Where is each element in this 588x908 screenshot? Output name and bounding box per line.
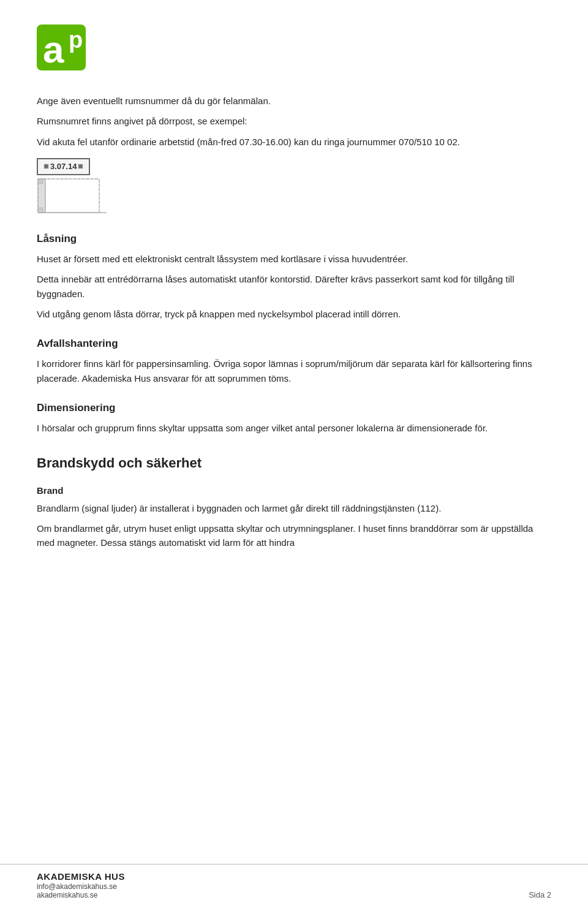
brand-big-heading: Brandskydd och säkerhet xyxy=(37,453,551,474)
lasning-heading: Låsning xyxy=(37,231,551,247)
svg-text:a: a xyxy=(43,28,64,70)
footer-website: akademiskahus.se xyxy=(37,891,125,899)
footer: AKADEMISKA HUS info@akademiskahus.se aka… xyxy=(0,864,588,909)
dim-p1: I hörsalar och grupprum finns skyltar up… xyxy=(37,421,551,435)
svg-rect-3 xyxy=(38,179,99,213)
brand-sub-heading: Brand xyxy=(37,483,551,498)
avfall-p1: I korridorer finns kärl för pappersinsam… xyxy=(37,357,551,385)
footer-email: info@akademiskahus.se xyxy=(37,882,125,891)
door-number-box: 3.07.14 xyxy=(37,158,90,175)
brand-p2: Om brandlarmet går, utrym huset enligt u… xyxy=(37,521,551,550)
lasning-p1: Huset är försett med ett elektroniskt ce… xyxy=(37,252,551,266)
door-number-label: 3.07.14 xyxy=(50,161,77,173)
lasning-p2: Detta innebär att entrédörrarna låses au… xyxy=(37,272,551,301)
footer-page-number: Sida 2 xyxy=(529,890,551,899)
brand-p1: Brandlarm (signal ljuder) är installerat… xyxy=(37,501,551,515)
svg-rect-6 xyxy=(45,179,99,213)
svg-text:p: p xyxy=(69,27,83,53)
paragraph-3: Vid akuta fel utanför ordinarie arbetsti… xyxy=(37,135,551,149)
paragraph-2: Rumsnumret finns angivet på dörrpost, se… xyxy=(37,114,551,128)
door-number-diagram: 3.07.14 xyxy=(37,157,551,218)
page: a p Ange även eventuellt rumsnummer då d… xyxy=(0,0,588,908)
door-post-svg xyxy=(37,178,116,218)
footer-org-name: AKADEMISKA HUS xyxy=(37,871,125,883)
paragraph-1: Ange även eventuellt rumsnummer då du gö… xyxy=(37,94,551,108)
footer-left: AKADEMISKA HUS info@akademiskahus.se aka… xyxy=(37,871,125,900)
svg-rect-7 xyxy=(38,179,43,184)
lasning-p3: Vid utgång genom låsta dörrar, tryck på … xyxy=(37,307,551,321)
avfall-heading: Avfallshantering xyxy=(37,336,551,352)
company-logo: a p xyxy=(37,25,104,74)
main-content: Ange även eventuellt rumsnummer då du gö… xyxy=(37,94,551,550)
dim-heading: Dimensionering xyxy=(37,400,551,416)
svg-rect-8 xyxy=(38,208,43,213)
logo-area: a p xyxy=(37,25,551,75)
